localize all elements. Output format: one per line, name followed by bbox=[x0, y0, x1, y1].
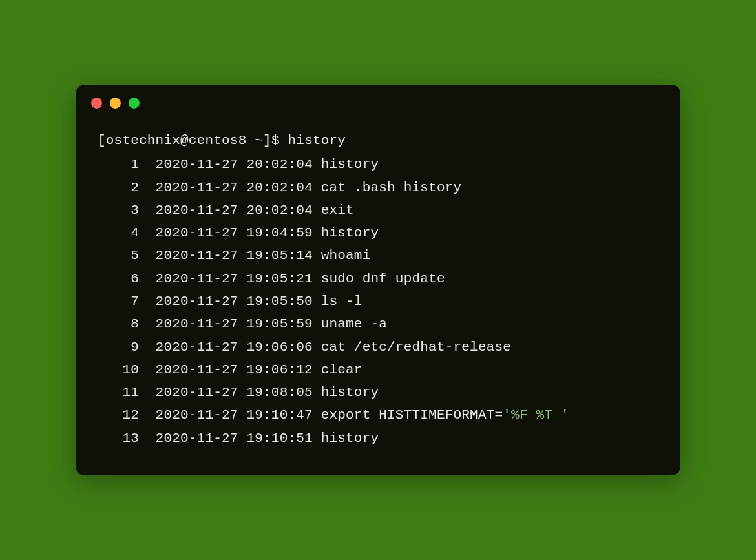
history-line: 6 2020-11-27 19:05:21 sudo dnf update bbox=[98, 267, 658, 290]
history-line: 12 2020-11-27 19:10:47 export HISTTIMEFO… bbox=[98, 404, 658, 426]
maximize-icon[interactable] bbox=[129, 98, 140, 109]
history-output: 1 2020-11-27 20:02:04 history 2 2020-11-… bbox=[98, 153, 658, 449]
history-line: 10 2020-11-27 19:06:12 clear bbox=[98, 358, 658, 381]
history-line: 9 2020-11-27 19:06:06 cat /etc/redhat-re… bbox=[98, 336, 658, 358]
history-line: 11 2020-11-27 19:08:05 history bbox=[98, 381, 658, 404]
history-line: 1 2020-11-27 20:02:04 history bbox=[98, 153, 658, 176]
close-icon[interactable] bbox=[91, 98, 102, 109]
prompt-line: [ostechnix@centos8 ~]$ history bbox=[98, 129, 658, 152]
history-line: 3 2020-11-27 20:02:04 exit bbox=[98, 199, 658, 222]
minimize-icon[interactable] bbox=[110, 98, 121, 109]
titlebar bbox=[76, 85, 680, 114]
terminal-body[interactable]: [ostechnix@centos8 ~]$ history 1 2020-11… bbox=[76, 114, 680, 475]
prompt-user: ostechnix bbox=[106, 133, 180, 148]
history-line: 5 2020-11-27 19:05:14 whoami bbox=[98, 244, 658, 267]
quoted-string: '%F %T ' bbox=[503, 408, 569, 422]
history-line: 2 2020-11-27 20:02:04 cat .bash_history bbox=[98, 176, 658, 199]
prompt-symbol: $ bbox=[271, 133, 280, 148]
history-line: 13 2020-11-27 19:10:51 history bbox=[98, 427, 658, 450]
prompt-command: history bbox=[288, 133, 346, 148]
prompt-host: centos8 bbox=[189, 133, 247, 148]
history-line: 7 2020-11-27 19:05:50 ls -l bbox=[98, 290, 658, 313]
terminal-window: [ostechnix@centos8 ~]$ history 1 2020-11… bbox=[76, 85, 680, 475]
history-line: 8 2020-11-27 19:05:59 uname -a bbox=[98, 313, 658, 335]
prompt-path: ~ bbox=[255, 133, 263, 148]
history-line: 4 2020-11-27 19:04:59 history bbox=[98, 222, 658, 244]
